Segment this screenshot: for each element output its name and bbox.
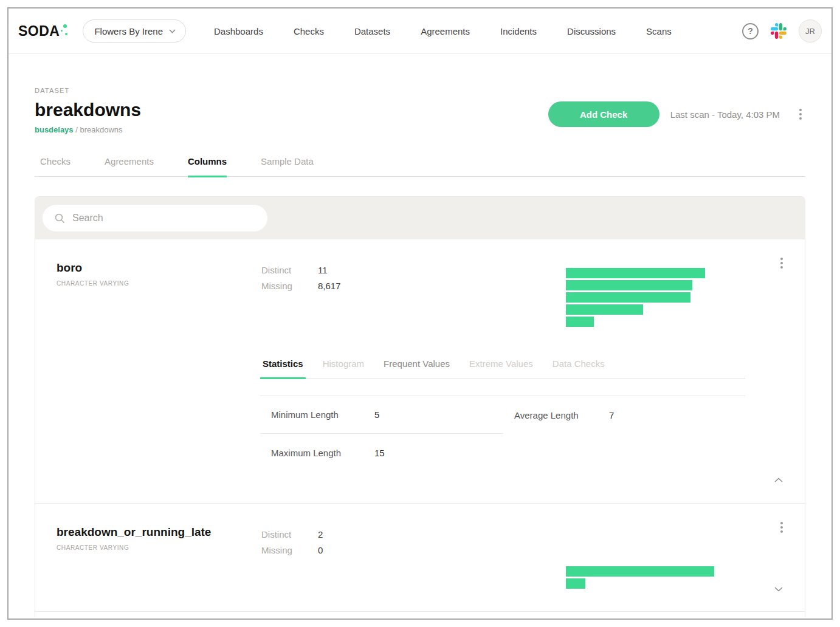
distinct-label: Distinct [261,265,318,275]
organization-selector[interactable]: Flowers By Irene [83,19,186,43]
dataset-header: DATASET breakdowns busdelays / breakdown… [35,87,805,134]
next-column-card-cutoff [35,611,805,617]
detail-tab-data-checks: Data Checks [550,358,607,379]
search-input[interactable] [72,213,261,224]
expand-chevron-down-icon[interactable] [772,581,785,597]
column-quick-stats: Distinct 2 Missing 0 [261,529,323,561]
collapse-chevron-up-icon[interactable] [772,471,785,487]
detail-tab-extreme-values: Extreme Values [467,358,535,379]
statistics-table: Minimum Length 5 Maximum Length 15 Avera… [260,396,745,471]
page-title: breakdowns [35,100,141,120]
distribution-bar [566,317,594,327]
app-window: SODA Flowers By Irene Dashboards Checks … [7,7,833,620]
column-name: breakdown_or_running_late [57,526,211,539]
user-avatar[interactable]: JR [799,19,822,43]
search-box [43,205,267,231]
breadcrumb: busdelays / breakdowns [35,125,141,134]
distribution-bar [566,304,643,315]
stat-maximum-length: Maximum Length 15 [260,434,503,471]
add-check-button[interactable]: Add Check [548,101,659,127]
soda-logo[interactable]: SODA [18,23,68,39]
column-quick-stats: Distinct 11 Missing 8,617 [261,265,341,296]
tab-checks[interactable]: Checks [40,156,71,177]
dataset-eyebrow: DATASET [35,87,141,94]
tab-columns[interactable]: Columns [188,156,227,177]
nav-item-discussions[interactable]: Discussions [567,26,616,36]
column-kebab-menu-icon[interactable] [777,254,787,272]
soda-logo-text: SODA [18,23,60,39]
distribution-bar [566,280,692,290]
breadcrumb-current: breakdowns [80,125,122,134]
distribution-bar [566,566,714,577]
nav-item-scans[interactable]: Scans [646,26,672,36]
nav-item-agreements[interactable]: Agreements [421,26,470,36]
organization-name: Flowers By Irene [94,26,163,36]
columns-panel: boro CHARACTER VARYING Distinct 11 Missi… [35,196,805,617]
detail-tab-frequent-values[interactable]: Frequent Values [381,358,452,379]
distribution-bar [566,292,690,303]
breadcrumb-separator: / [74,125,80,134]
search-strip [35,197,805,239]
top-navigation-bar: SODA Flowers By Irene Dashboards Checks … [9,9,831,54]
help-icon[interactable]: ? [742,23,759,39]
column-detail: Statistics Histogram Frequent Values Ext… [260,358,745,471]
distinct-label: Distinct [261,529,318,540]
tab-sample-data[interactable]: Sample Data [261,156,314,177]
column-type: CHARACTER VARYING [57,544,211,551]
value-distribution-chart [566,566,714,591]
missing-value: 0 [318,545,323,555]
distinct-value: 11 [318,265,328,275]
column-detail-tabs: Statistics Histogram Frequent Values Ext… [260,358,745,379]
stat-average-length: Average Length 7 [514,396,745,434]
distribution-bar [566,578,585,589]
distinct-value: 2 [318,529,323,540]
value-distribution-chart [566,268,705,329]
last-scan-label: Last scan - Today, 4:03 PM [670,109,780,120]
nav-item-datasets[interactable]: Datasets [354,26,390,36]
slack-icon[interactable] [771,23,787,39]
tab-agreements[interactable]: Agreements [105,156,154,177]
stat-minimum-length: Minimum Length 5 [260,396,503,434]
nav-item-checks[interactable]: Checks [294,26,324,36]
dataset-kebab-menu-icon[interactable] [796,105,805,123]
nav-item-incidents[interactable]: Incidents [500,26,537,36]
breadcrumb-parent-link[interactable]: busdelays [35,125,74,134]
missing-label: Missing [261,545,318,555]
nav-item-dashboards[interactable]: Dashboards [214,26,263,36]
search-icon [55,213,65,224]
column-type: CHARACTER VARYING [57,280,129,287]
column-card-boro: boro CHARACTER VARYING Distinct 11 Missi… [35,239,805,503]
top-icons: ? JR [742,19,822,43]
column-kebab-menu-icon[interactable] [777,518,787,536]
missing-label: Missing [261,281,318,291]
column-card-breakdown-or-running-late: breakdown_or_running_late CHARACTER VARY… [35,503,805,611]
distribution-bar [566,268,705,278]
column-name: boro [57,261,129,275]
dataset-tabs: Checks Agreements Columns Sample Data [35,156,805,177]
chevron-down-icon [169,29,176,33]
missing-value: 8,617 [318,281,341,291]
primary-nav: Dashboards Checks Datasets Agreements In… [214,26,672,36]
detail-tab-histogram: Histogram [320,358,367,379]
detail-tab-statistics[interactable]: Statistics [260,358,306,379]
